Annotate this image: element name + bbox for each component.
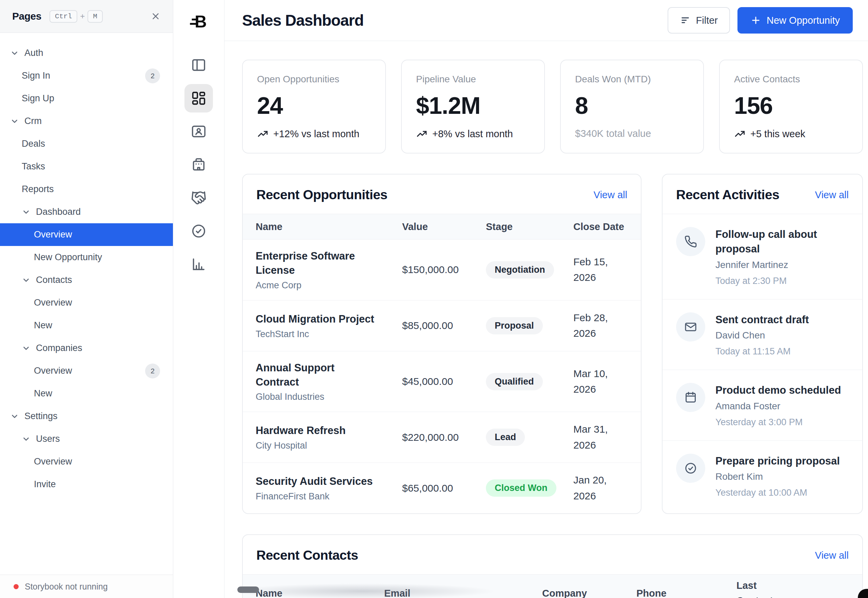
view-all-opportunities-link[interactable]: View all [594,189,627,200]
sidebar-item-deals[interactable]: Deals [0,133,173,155]
opportunity-close-date: Jan 20, 2026 [573,472,628,504]
sidebar-item-users-overview[interactable]: Overview [0,450,173,473]
filter-button[interactable]: Filter [668,7,730,34]
column-header-stage: Stage [486,221,573,232]
activity-time: Today at 11:15 AM [715,346,809,357]
sidebar-item-dashboard-overview[interactable]: Overview [0,223,173,246]
opportunity-close-date: Feb 28, 2026 [573,310,628,341]
pages-tree: Auth Sign In 2 Sign Up Crm Deals Tasks R… [0,33,173,496]
stats-row: Open Opportunities 24 +12% vs last month… [242,60,863,154]
list-item: Prepare pricing proposal Robert Kim Yest… [663,441,862,511]
dashboard-icon[interactable] [184,84,213,112]
stat-card-active-contacts: Active Contacts 156 +5 this week [719,60,863,154]
chevron-down-icon [22,344,30,353]
handshake-deals-icon[interactable] [184,184,213,212]
sidebar-item-label: Overview [34,298,72,308]
stat-trend: $340K total value [575,128,689,139]
stat-value: 8 [575,92,689,119]
sidebar-item-companies-new[interactable]: New [0,382,173,405]
activity-title: Follow-up call about proposal [715,227,849,257]
sidebar-item-sign-up[interactable]: Sign Up [0,87,173,110]
stat-trend: +12% vs last month [257,128,371,140]
shortcut-key-ctrl: Ctrl [49,10,77,23]
sidebar-item-label: Reports [22,184,54,194]
opportunity-company: TechStart Inc [256,329,402,339]
table-row[interactable]: Enterprise Software License Acme Corp $1… [243,239,641,300]
column-header-close-date: Close Date [573,221,628,232]
sidebar-item-label: Tasks [22,161,45,172]
stat-card-pipeline-value: Pipeline Value $1.2M +8% vs last month [401,60,545,154]
sidebar-item-new-opportunity[interactable]: New Opportunity [0,246,173,269]
mail-icon [676,312,705,341]
stat-value: 24 [257,92,371,119]
sidebar-group-contacts[interactable]: Contacts [0,269,173,292]
activity-person: David Chen [715,330,809,341]
sidebar-item-reports[interactable]: Reports [0,178,173,200]
brand-logo-icon[interactable]: B [189,12,209,32]
sidebar-item-companies-overview[interactable]: Overview 2 [0,359,173,382]
view-all-contacts-link[interactable]: View all [815,550,849,561]
chevron-down-icon [22,208,30,217]
sidebar-item-label: Crm [24,116,42,126]
opportunity-value: $150,000.00 [402,264,486,275]
main-header: Sales Dashboard Filter New Opportunity [225,0,868,41]
stat-card-deals-won: Deals Won (MTD) 8 $340K total value [560,60,704,154]
chevron-down-icon [22,435,30,444]
reports-bar-chart-icon[interactable] [184,250,213,278]
stat-trend: +8% vs last month [416,128,530,140]
sidebar-item-label: Invite [34,479,56,490]
tasks-clock-icon[interactable] [184,217,213,245]
sidebar-item-sign-in[interactable]: Sign In 2 [0,64,173,87]
chevron-down-icon [22,276,30,285]
sidebar-item-label: Overview [34,229,72,240]
trending-up-icon [734,128,746,140]
sidebar-item-contacts-new[interactable]: New [0,314,173,337]
sidebar-group-dashboard[interactable]: Dashboard [0,200,173,223]
view-all-activities-link[interactable]: View all [815,189,849,200]
sidebar-item-label: Contacts [36,275,72,285]
list-item: Sent contract draft David Chen Today at … [663,299,862,370]
stat-trend-text: $340K total value [575,128,651,139]
sidebar-item-users-invite[interactable]: Invite [0,473,173,496]
activity-title: Prepare pricing proposal [715,454,840,468]
new-opportunity-button[interactable]: New Opportunity [738,7,853,34]
horizontal-scrollbar-thumb[interactable] [237,586,259,593]
opportunity-value: $65,000.00 [402,483,486,494]
company-building-icon[interactable] [184,150,213,179]
opportunity-close-date: Mar 10, 2026 [573,366,628,398]
stage-badge-closed-won: Closed Won [486,480,556,497]
sidebar-item-label: New [34,320,52,331]
table-row[interactable]: Annual Support Contract Global Industrie… [243,351,641,412]
status-text: Storybook not running [25,582,108,592]
sidebar-group-auth[interactable]: Auth [0,42,173,64]
sidebar-item-tasks[interactable]: Tasks [0,155,173,178]
contact-card-icon[interactable] [184,117,213,146]
new-opportunity-button-label: New Opportunity [767,15,840,26]
sidebar-group-users[interactable]: Users [0,428,173,450]
section-title: Recent Activities [676,187,779,202]
stage-badge: Negotiation [486,261,554,278]
close-icon[interactable] [151,11,161,21]
shortcut-separator: + [80,12,85,21]
sidebar-group-settings[interactable]: Settings [0,405,173,428]
storybook-status-bar: Storybook not running [0,575,173,598]
sidebar-item-label: Auth [24,48,43,58]
column-header-company: Company [542,588,636,598]
opportunity-name: Enterprise Software License [256,249,402,278]
table-row[interactable]: Hardware Refresh City Hospital $220,000.… [243,412,641,463]
sidebar-item-label: Users [36,434,60,444]
sidebar-group-companies[interactable]: Companies [0,337,173,359]
table-row[interactable]: Security Audit Services FinanceFirst Ban… [243,463,641,513]
opportunity-company: City Hospital [256,441,402,451]
recent-activities-card: Recent Activities View all Follow-up cal… [662,174,863,514]
sidebar-group-crm[interactable]: Crm [0,110,173,133]
chevron-down-icon [10,49,19,58]
sidebar-item-contacts-overview[interactable]: Overview [0,292,173,314]
dashboard-content: Open Opportunities 24 +12% vs last month… [225,41,868,598]
stat-trend-text: +8% vs last month [432,129,513,140]
card-head: Recent Contacts View all [243,535,862,574]
sidebar-item-label: Deals [22,139,45,149]
table-row[interactable]: Cloud Migration Project TechStart Inc $8… [243,300,641,351]
sidebar-item-label: New [34,388,52,399]
panel-toggle-icon[interactable] [184,51,213,79]
